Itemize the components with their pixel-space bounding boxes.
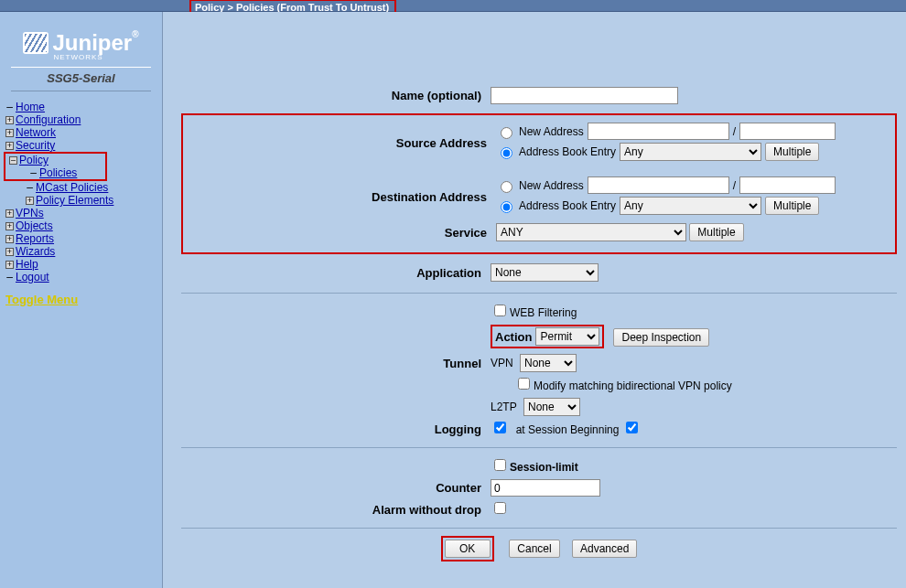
- logo-icon: [23, 32, 49, 54]
- nav-policy-elements[interactable]: Policy Elements: [36, 194, 113, 207]
- dst-book-select[interactable]: Any: [620, 197, 761, 215]
- tree-dash-icon: –: [5, 101, 14, 113]
- dst-new-label: New Address: [519, 179, 584, 192]
- logging-checkbox[interactable]: [494, 422, 506, 433]
- logo: Juniper ®: [23, 30, 138, 56]
- device-name: SSG5-Serial: [11, 67, 151, 91]
- action-select[interactable]: Permit: [535, 327, 599, 346]
- session-limit-label: Session-limit: [510, 461, 578, 474]
- session-limit-checkbox[interactable]: [494, 459, 506, 471]
- application-label: Application: [183, 262, 485, 283]
- src-multiple-button[interactable]: Multiple: [765, 143, 819, 161]
- tree-collapse-icon[interactable]: –: [9, 156, 17, 165]
- deep-inspection-button[interactable]: Deep Inspection: [613, 328, 709, 347]
- tree-expand-icon[interactable]: +: [5, 142, 14, 150]
- tree-expand-icon[interactable]: +: [5, 235, 14, 243]
- nav-policy[interactable]: Policy: [19, 154, 49, 166]
- webfilter-checkbox[interactable]: [494, 305, 506, 316]
- dst-book-label: Address Book Entry: [519, 199, 616, 212]
- dest-label: Destination Address: [189, 175, 491, 219]
- src-new-mask-input[interactable]: [739, 123, 836, 140]
- nav-vpns[interactable]: VPNs: [16, 207, 44, 219]
- tree-dash-icon: –: [26, 181, 34, 194]
- slash-text: /: [733, 125, 736, 138]
- nav-security[interactable]: Security: [16, 139, 55, 152]
- cancel-button[interactable]: Cancel: [509, 540, 559, 558]
- action-label: Action: [495, 330, 532, 344]
- content-area: Name (optional) Source Address New Addre…: [163, 12, 906, 588]
- counter-label: Counter: [183, 477, 485, 498]
- alarm-checkbox[interactable]: [494, 502, 506, 514]
- nav-logout[interactable]: Logout: [16, 271, 49, 283]
- modify-bidir-label: Modify matching bidirectional VPN policy: [534, 380, 732, 392]
- nav-configuration[interactable]: Configuration: [16, 113, 81, 126]
- src-new-ip-input[interactable]: [588, 123, 729, 140]
- logging-label: Logging: [183, 420, 485, 438]
- dst-new-radio[interactable]: [501, 181, 512, 193]
- counter-input[interactable]: [491, 479, 600, 497]
- nav-mcast-policies[interactable]: MCast Policies: [36, 181, 108, 194]
- tree-dash-icon: –: [5, 271, 14, 283]
- slash-text: /: [733, 179, 736, 192]
- toggle-menu[interactable]: Toggle Menu: [5, 293, 78, 306]
- tree-expand-icon[interactable]: +: [5, 116, 14, 124]
- nav-wizards[interactable]: Wizards: [16, 245, 55, 258]
- application-select[interactable]: None: [491, 263, 599, 282]
- top-bar: Policy > Policies (From Trust To Untrust…: [0, 0, 906, 12]
- src-book-radio[interactable]: [501, 147, 512, 159]
- nav: –Home +Configuration +Network +Security …: [0, 101, 162, 283]
- logging-at-label: at Session Beginning: [516, 423, 620, 436]
- modify-bidir-checkbox[interactable]: [518, 378, 530, 390]
- tree-expand-icon[interactable]: +: [5, 129, 14, 137]
- vpn-select[interactable]: None: [520, 354, 577, 372]
- nav-objects[interactable]: Objects: [16, 219, 53, 232]
- vpn-label: VPN: [491, 357, 513, 369]
- name-input[interactable]: [491, 87, 678, 104]
- src-new-label: New Address: [519, 125, 584, 138]
- l2tp-select[interactable]: None: [523, 398, 580, 416]
- tree-expand-icon[interactable]: +: [5, 222, 14, 230]
- tree-dash-icon: –: [29, 166, 38, 179]
- webfilter-label: WEB Filtering: [510, 306, 577, 319]
- tree-expand-icon[interactable]: +: [5, 261, 14, 269]
- dst-new-ip-input[interactable]: [588, 176, 729, 194]
- sidebar: Juniper ® NETWORKS SSG5-Serial –Home +Co…: [0, 12, 163, 588]
- nav-policies[interactable]: Policies: [39, 166, 77, 179]
- tree-expand-icon[interactable]: +: [26, 197, 34, 205]
- nav-help[interactable]: Help: [16, 258, 38, 271]
- nav-home[interactable]: Home: [16, 101, 45, 113]
- logging-begin-checkbox[interactable]: [626, 422, 638, 433]
- src-new-radio[interactable]: [501, 127, 512, 139]
- ok-button[interactable]: OK: [445, 540, 491, 558]
- source-label: Source Address: [189, 121, 491, 166]
- advanced-button[interactable]: Advanced: [572, 540, 637, 558]
- logo-text: Juniper: [52, 30, 132, 56]
- tree-expand-icon[interactable]: +: [5, 248, 14, 256]
- dst-new-mask-input[interactable]: [739, 176, 836, 194]
- tree-expand-icon[interactable]: +: [5, 209, 14, 218]
- service-multiple-button[interactable]: Multiple: [689, 223, 743, 241]
- logo-reg: ®: [132, 29, 138, 39]
- dst-book-radio[interactable]: [501, 201, 512, 213]
- src-book-select[interactable]: Any: [620, 143, 761, 161]
- service-label: Service: [189, 221, 491, 243]
- service-select[interactable]: ANY: [496, 223, 686, 241]
- alarm-label: Alarm without drop: [183, 500, 485, 519]
- tunnel-label: Tunnel: [183, 352, 485, 374]
- name-label: Name (optional): [183, 85, 485, 106]
- nav-network[interactable]: Network: [16, 126, 56, 139]
- l2tp-label: L2TP: [491, 401, 517, 413]
- src-book-label: Address Book Entry: [519, 145, 616, 158]
- dst-multiple-button[interactable]: Multiple: [765, 197, 819, 215]
- nav-reports[interactable]: Reports: [16, 232, 54, 245]
